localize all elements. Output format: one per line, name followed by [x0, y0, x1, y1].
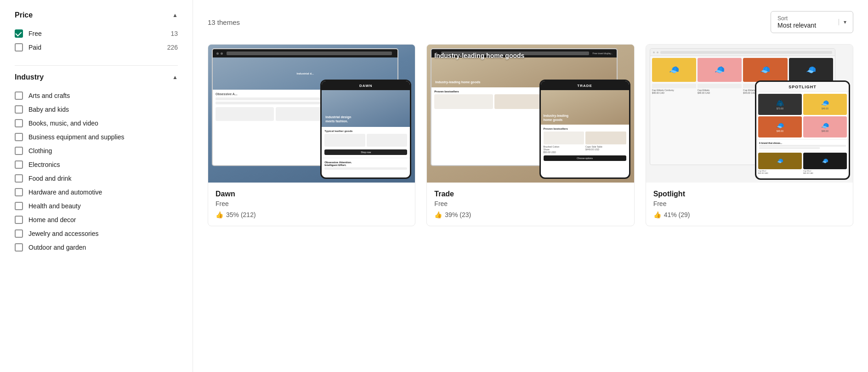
theme-card-dawn[interactable]: Industrial d... Obsessive A... [208, 44, 415, 226]
spotlight-theme-image: 🧢 🧢 🧢 🧢 Cap Ebbets Corduroy$48.00 CAD Ca… [646, 45, 853, 183]
electronics-checkbox[interactable] [15, 160, 23, 169]
industry-hardware-item[interactable]: Hardware and automotive [15, 185, 178, 199]
paid-count: 226 [167, 44, 178, 51]
trade-theme-price: Free [434, 200, 626, 207]
books-label: Books, music, and video [28, 120, 98, 127]
electronics-label: Electronics [28, 161, 60, 168]
outdoor-checkbox[interactable] [15, 243, 23, 252]
spotlight-rating-value: 41% (29) [664, 211, 690, 218]
price-filter-section: Price ▲ Free 13 Paid 226 [15, 11, 178, 54]
price-free-item[interactable]: Free 13 [15, 27, 178, 40]
paid-label: Paid [28, 44, 41, 51]
food-label: Food and drink [28, 175, 71, 182]
dawn-mobile-mockup: DAWN Industrial designmeets fashion. Typ… [320, 80, 411, 179]
sort-control[interactable]: Sort Most relevant ▾ [771, 11, 853, 33]
theme-card-spotlight[interactable]: 🧢 🧢 🧢 🧢 Cap Ebbets Corduroy$48.00 CAD Ca… [646, 44, 853, 226]
food-checkbox[interactable] [15, 174, 23, 183]
industry-home-item[interactable]: Home and decor [15, 213, 178, 227]
themes-count: 13 themes [208, 18, 240, 26]
health-label: Health and beauty [28, 202, 81, 210]
home-checkbox[interactable] [15, 216, 23, 224]
industry-clothing-item[interactable]: Clothing [15, 144, 178, 158]
spotlight-mobile-mockup: SPOTLIGHT 🧥$73.00 🧢$48.00 🧢$48.00 🧢$48.0… [755, 80, 850, 180]
industry-filter-section: Industry ▲ Arts and crafts Baby and kids [15, 73, 178, 254]
spotlight-theme-rating: 👍 41% (29) [653, 211, 845, 218]
dawn-theme-image: Industrial d... Obsessive A... [208, 45, 415, 183]
industry-outdoor-item[interactable]: Outdoor and garden [15, 240, 178, 254]
industry-electronics-item[interactable]: Electronics [15, 158, 178, 172]
price-chevron-icon[interactable]: ▲ [172, 12, 178, 18]
trade-theme-image: Free towel display... Industry-leading h… [427, 45, 634, 183]
baby-checkbox[interactable] [15, 105, 23, 114]
price-paid-item[interactable]: Paid 226 [15, 40, 178, 54]
main-content: 13 themes Sort Most relevant ▾ [193, 0, 868, 372]
price-filter-title: Price [15, 11, 33, 19]
arts-checkbox[interactable] [15, 92, 23, 100]
spotlight-theme-price: Free [653, 200, 845, 207]
industry-chevron-icon[interactable]: ▲ [172, 74, 178, 80]
arts-label: Arts and crafts [28, 92, 70, 99]
jewelry-checkbox[interactable] [15, 229, 23, 238]
trade-rating-value: 39% (23) [445, 211, 471, 218]
business-checkbox[interactable] [15, 133, 23, 141]
hardware-label: Hardware and automotive [28, 189, 102, 196]
health-checkbox[interactable] [15, 202, 23, 210]
trade-thumbs-up-icon: 👍 [434, 211, 442, 218]
dawn-thumbs-up-icon: 👍 [216, 211, 223, 218]
industry-arts-item[interactable]: Arts and crafts [15, 89, 178, 103]
industry-filter-title: Industry [15, 73, 44, 81]
paid-checkbox[interactable] [15, 43, 23, 52]
trade-theme-rating: 👍 39% (23) [434, 211, 626, 218]
dawn-theme-rating: 👍 35% (212) [216, 211, 408, 218]
free-count: 13 [170, 30, 178, 37]
free-checkbox[interactable] [15, 29, 23, 38]
theme-card-trade[interactable]: Free towel display... Industry-leading h… [426, 44, 634, 226]
dawn-theme-price: Free [216, 200, 408, 207]
books-checkbox[interactable] [15, 119, 23, 127]
industry-business-item[interactable]: Business equipment and supplies [15, 130, 178, 144]
home-label: Home and decor [28, 216, 76, 223]
dawn-rating-value: 35% (212) [226, 211, 256, 218]
sidebar: Price ▲ Free 13 Paid 226 [0, 0, 193, 372]
dawn-theme-name: Dawn [216, 190, 408, 198]
dawn-theme-info: Dawn Free 👍 35% (212) [208, 183, 415, 226]
baby-label: Baby and kids [28, 106, 69, 113]
industry-filter-header: Industry ▲ [15, 73, 178, 81]
industry-baby-item[interactable]: Baby and kids [15, 103, 178, 116]
industry-health-item[interactable]: Health and beauty [15, 199, 178, 213]
business-label: Business equipment and supplies [28, 133, 125, 141]
outdoor-label: Outdoor and garden [28, 244, 86, 251]
free-label: Free [28, 30, 42, 37]
trade-mobile-mockup: TRADE Industry-leadinghome goods Proven … [539, 80, 630, 179]
sort-label: Sort [777, 15, 835, 22]
industry-jewelry-item[interactable]: Jewelry and accessories [15, 227, 178, 240]
sort-chevron-icon: ▾ [839, 19, 846, 25]
industry-food-item[interactable]: Food and drink [15, 172, 178, 185]
themes-grid: Industrial d... Obsessive A... [208, 44, 853, 226]
hardware-checkbox[interactable] [15, 188, 23, 196]
jewelry-label: Jewelry and accessories [28, 230, 99, 237]
clothing-checkbox[interactable] [15, 147, 23, 155]
trade-theme-name: Trade [434, 190, 626, 198]
sidebar-divider [15, 65, 178, 66]
clothing-label: Clothing [28, 147, 52, 155]
spotlight-theme-name: Spotlight [653, 190, 845, 198]
trade-hero-text: Industry-leading home goods [434, 52, 524, 59]
trade-theme-info: Trade Free 👍 39% (23) [427, 183, 634, 226]
main-header: 13 themes Sort Most relevant ▾ [208, 11, 853, 33]
spotlight-thumbs-up-icon: 👍 [653, 211, 661, 218]
price-filter-header: Price ▲ [15, 11, 178, 19]
spotlight-theme-info: Spotlight Free 👍 41% (29) [646, 183, 853, 226]
sort-value: Most relevant [777, 22, 835, 29]
industry-books-item[interactable]: Books, music, and video [15, 116, 178, 130]
